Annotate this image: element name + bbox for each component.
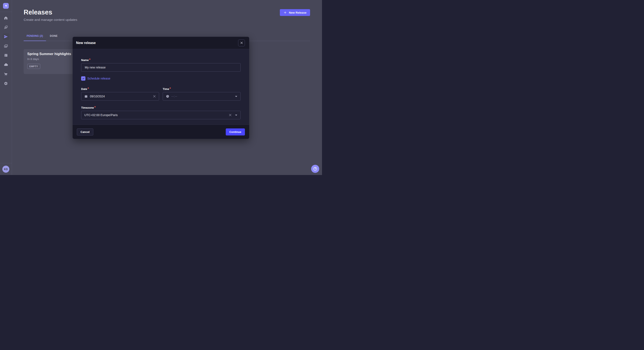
new-release-modal: New release Name* Schedule release Date* [72,37,249,139]
date-time-grid: Date* 09/10/2024 Tim [81,87,241,101]
time-dropdown-button[interactable] [235,96,238,97]
name-input[interactable] [81,63,241,72]
timezone-value: UTC+02:00 Europe/Paris [84,113,118,117]
timezone-required: * [94,106,96,109]
time-required: * [170,87,171,91]
chevron-down-icon [235,96,238,97]
modal-title: New release [76,41,96,45]
cancel-button[interactable]: Cancel [77,128,93,136]
timezone-dropdown-button[interactable] [235,114,238,116]
date-label: Date [81,87,87,91]
date-input[interactable]: 09/10/2024 [81,92,159,101]
timezone-section: Timezone* UTC+02:00 Europe/Paris [81,106,241,119]
modal-footer: Cancel Continue [72,125,249,139]
name-required: * [89,58,90,62]
timezone-clear-button[interactable] [229,114,232,117]
continue-button[interactable]: Continue [226,128,245,136]
timezone-input[interactable]: UTC+02:00 Europe/Paris [81,111,241,119]
close-icon [240,41,243,44]
clock-icon [166,95,169,98]
name-section: Name* [81,58,241,72]
date-required: * [88,87,89,91]
close-button[interactable] [238,39,245,46]
calendar-icon [84,95,88,98]
schedule-release-row[interactable]: Schedule release [81,76,241,81]
clear-icon [153,95,156,98]
modal-header: New release [72,37,249,49]
time-label: Time [163,87,169,91]
date-section: Date* 09/10/2024 [81,87,159,101]
schedule-checkbox-label: Schedule release [87,77,110,80]
checkmark-icon [82,77,85,80]
modal-body: Name* Schedule release Date* 09/10/2024 [72,49,249,119]
time-input[interactable]: --:-- [163,92,241,101]
date-clear-button[interactable] [153,95,156,98]
time-section: Time* --:-- [163,87,241,101]
date-value: 09/10/2024 [90,95,105,98]
schedule-checkbox[interactable] [81,76,86,81]
name-label: Name [81,58,88,62]
timezone-label: Timezone [81,106,94,109]
clear-icon [229,114,232,117]
time-placeholder: --:-- [172,95,178,98]
chevron-down-icon [235,114,238,116]
